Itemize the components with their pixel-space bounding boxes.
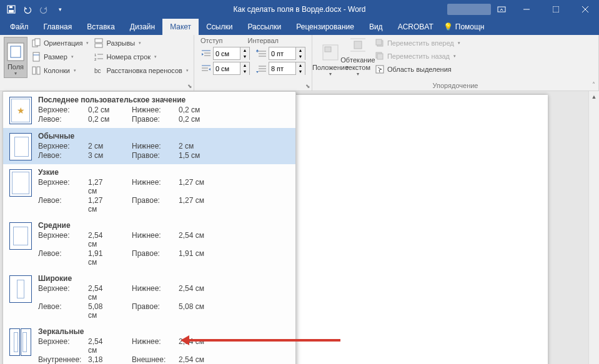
svg-rect-2 <box>9 6 12 8</box>
space-after-input[interactable] <box>269 65 295 72</box>
space-after-icon <box>256 64 267 74</box>
margins-option-title: Последнее пользовательское значение <box>38 96 289 104</box>
spinner-down[interactable]: ▼ <box>240 69 249 75</box>
svg-text:2: 2 <box>94 57 97 61</box>
margins-option-normal[interactable]: Обычные Верхнее:2 смНижнее:2 см Левое:3 … <box>3 128 295 164</box>
svg-text:bc: bc <box>94 67 101 74</box>
svg-rect-1 <box>9 10 14 12</box>
lightbulb-icon: 💡 <box>443 22 453 31</box>
tab-file[interactable]: Файл <box>2 19 36 35</box>
bring-forward-button: Переместить вперед▾ <box>374 37 462 49</box>
svg-rect-11 <box>35 39 40 46</box>
chevron-down-icon: ▾ <box>154 54 157 59</box>
margins-button[interactable]: Поля ▾ <box>4 37 27 78</box>
selection-pane-button[interactable]: Область выделения <box>374 63 462 76</box>
qat-customize-icon[interactable]: ▾ <box>55 4 65 14</box>
margins-option-title: Средние <box>38 221 289 230</box>
redo-icon[interactable] <box>39 4 49 14</box>
tab-view[interactable]: Вид <box>362 19 390 35</box>
annotation-arrow <box>184 339 340 342</box>
indent-right-spinner[interactable]: ▲▼ <box>213 62 250 75</box>
close-button[interactable] <box>571 0 599 19</box>
margins-label: Поля <box>7 63 24 71</box>
spinner-up[interactable]: ▲ <box>240 62 249 69</box>
space-before-spinner[interactable]: ▲▼ <box>269 47 305 60</box>
scroll-up-icon[interactable]: ▲ <box>589 91 599 102</box>
wrap-text-button: Обтекание текстом▾ <box>346 37 370 78</box>
size-button[interactable]: Размер▾ <box>30 51 90 63</box>
tab-mailings[interactable]: Рассылки <box>240 19 289 35</box>
user-account[interactable] <box>447 4 491 15</box>
minimize-button[interactable] <box>512 0 540 19</box>
margins-option-title: Узкие <box>38 168 289 177</box>
position-icon <box>320 42 340 62</box>
orientation-button[interactable]: Ориентация▾ <box>30 37 90 49</box>
line-numbers-button[interactable]: 12Номера строк▾ <box>92 51 189 63</box>
ribbon-tabs: Файл Главная Вставка Дизайн Макет Ссылки… <box>0 19 599 35</box>
margins-option-last-custom[interactable]: Последнее пользовательское значение Верх… <box>3 92 295 128</box>
columns-button[interactable]: Колонки▾ <box>30 64 90 77</box>
tab-review[interactable]: Рецензирование <box>289 19 362 35</box>
spinner-down[interactable]: ▼ <box>296 54 305 60</box>
hyphenation-icon: bc <box>94 66 104 76</box>
svg-rect-12 <box>33 52 39 61</box>
space-after-spinner[interactable]: ▲▼ <box>269 62 305 75</box>
indent-left-input[interactable] <box>214 50 240 57</box>
tell-me[interactable]: 💡 Помощн <box>443 19 485 35</box>
paragraph-dialog-launcher[interactable]: ⬊ <box>305 83 310 89</box>
margins-option-wide[interactable]: Широкие Верхнее:2,54 смНижнее:2,54 см Ле… <box>3 270 295 323</box>
chevron-down-icon: ▾ <box>86 41 89 46</box>
tab-home[interactable]: Главная <box>36 19 80 35</box>
breaks-button[interactable]: Разрывы▾ <box>92 37 189 49</box>
chevron-down-icon: ▾ <box>14 71 17 76</box>
margins-option-title: Обычные <box>38 132 289 140</box>
collapse-ribbon-icon[interactable]: ˄ <box>592 81 595 88</box>
tab-layout[interactable]: Макет <box>162 19 199 35</box>
line-numbers-icon: 12 <box>94 52 104 62</box>
margins-thumb-icon <box>9 275 32 303</box>
arrange-group-label: Упорядочение <box>319 82 592 89</box>
indent-header: Отступ <box>200 37 223 44</box>
tab-acrobat[interactable]: ACROBAT <box>390 19 441 35</box>
page-setup-dialog-launcher[interactable]: ⬊ <box>187 83 192 89</box>
tab-design[interactable]: Дизайн <box>122 19 162 35</box>
space-before-input[interactable] <box>269 50 295 57</box>
svg-text:1: 1 <box>94 53 97 57</box>
svg-rect-5 <box>553 6 559 12</box>
indent-left-icon <box>200 49 212 59</box>
chevron-down-icon: ▾ <box>74 68 76 73</box>
tab-insert[interactable]: Вставка <box>79 19 122 35</box>
margins-option-moderate[interactable]: Средние Верхнее:2,54 смНижнее:2,54 см Ле… <box>3 217 295 270</box>
svg-rect-16 <box>95 39 102 42</box>
vertical-scrollbar[interactable]: ▲ <box>588 91 599 364</box>
spinner-down[interactable]: ▼ <box>296 69 305 75</box>
spinner-up[interactable]: ▲ <box>240 47 249 54</box>
ribbon-display-options-icon[interactable] <box>497 5 506 14</box>
bring-forward-icon <box>375 38 385 48</box>
margins-icon <box>6 42 26 62</box>
maximize-button[interactable] <box>542 0 570 19</box>
tell-me-label: Помощн <box>455 22 485 31</box>
position-button: Положение▾ <box>319 37 342 78</box>
hyphenation-button[interactable]: bcРасстановка переносов▾ <box>92 64 189 77</box>
save-icon[interactable] <box>6 4 16 14</box>
indent-right-input[interactable] <box>214 65 240 72</box>
spinner-down[interactable]: ▼ <box>240 54 249 60</box>
tab-references[interactable]: Ссылки <box>199 19 240 35</box>
orientation-icon <box>31 38 41 48</box>
margins-thumb-icon <box>9 328 32 356</box>
svg-rect-8 <box>7 43 24 61</box>
spinner-up[interactable]: ▲ <box>296 47 305 54</box>
chevron-down-icon: ▾ <box>186 68 189 73</box>
indent-left-spinner[interactable]: ▲▼ <box>213 47 250 60</box>
svg-rect-15 <box>37 67 40 74</box>
send-backward-icon <box>375 51 385 61</box>
margins-option-narrow[interactable]: Узкие Верхнее:1,27 смНижнее:1,27 см Лево… <box>3 164 295 217</box>
page-size-icon <box>31 52 41 62</box>
spinner-up[interactable]: ▲ <box>296 62 305 69</box>
margins-option-mirrored[interactable]: Зеркальные Верхнее:2,54 смНижнее:2,54 см… <box>3 323 295 364</box>
svg-rect-43 <box>377 54 383 59</box>
margins-option-title: Широкие <box>38 274 289 283</box>
undo-icon[interactable] <box>22 4 32 14</box>
svg-rect-36 <box>325 47 331 52</box>
